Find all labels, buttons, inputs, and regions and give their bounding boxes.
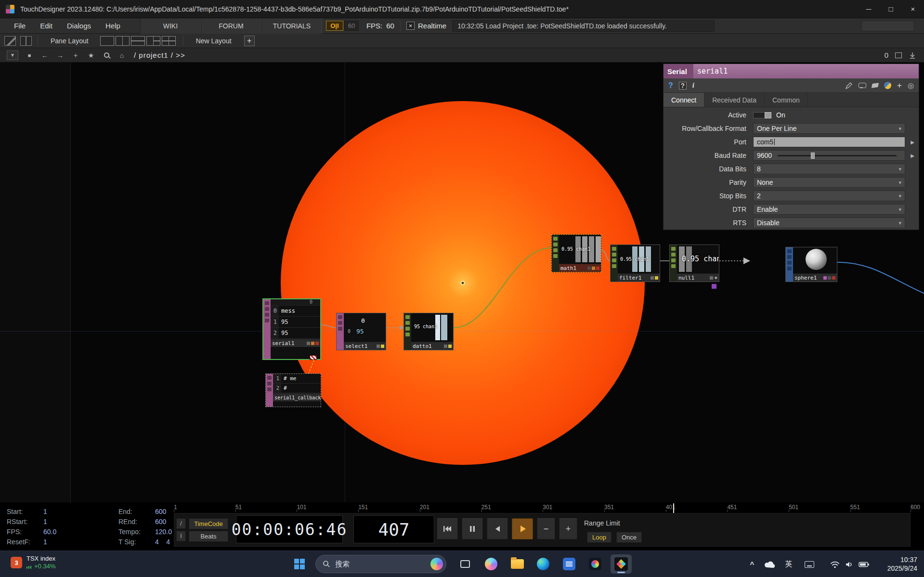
node-flag[interactable] [651, 276, 654, 280]
jump-start-button[interactable] [437, 518, 458, 539]
search-highlights-icon[interactable] [430, 558, 443, 570]
maximize-button[interactable]: □ [880, 0, 902, 18]
menu-edit[interactable]: Edit [33, 18, 60, 34]
copy-target-icon[interactable]: ◎ [908, 81, 914, 90]
clean-icon[interactable] [872, 83, 879, 88]
node-flag[interactable] [828, 276, 831, 280]
photos-app-icon[interactable] [585, 554, 606, 574]
node-flag[interactable] [832, 276, 835, 280]
frame-minus-button[interactable]: − [537, 518, 555, 539]
menu-link-wiki[interactable]: WIKI [140, 18, 201, 34]
add-icon[interactable]: + [71, 51, 80, 59]
search-icon[interactable] [102, 52, 111, 58]
beats-mode-button[interactable]: Beats [189, 531, 228, 542]
abs-frame-button[interactable]: / [176, 518, 186, 529]
node-flag[interactable] [307, 342, 310, 345]
node-name-bar[interactable]: serial1_callbacks [273, 393, 321, 401]
operator-name-field[interactable]: serial1 [697, 67, 728, 76]
node-flag[interactable] [315, 342, 319, 345]
edit-pencil-icon[interactable] [845, 82, 853, 90]
home-icon[interactable]: ⌂ [117, 51, 126, 59]
bookmark-star-icon[interactable]: ★ [87, 51, 95, 59]
param-value-baud-rate[interactable]: 9600 [753, 150, 905, 161]
timeline-ruler[interactable]: 151101151201251301351401451501551600 [174, 503, 911, 512]
param-label-baud-rate[interactable]: Baud Rate [664, 152, 752, 159]
play-reverse-button[interactable] [487, 518, 508, 539]
edge-icon[interactable] [533, 554, 554, 574]
param-value-port[interactable]: com5 [753, 137, 905, 147]
param-expand-arrow[interactable]: ▶ [906, 153, 919, 158]
param-label-stop-bits[interactable]: Stop Bits [664, 192, 752, 200]
node-filter1[interactable]: 0.95 chan1 filter1 [610, 244, 660, 282]
tab-connect[interactable]: Connect [664, 93, 704, 107]
node-flag[interactable] [710, 276, 713, 280]
node-flag[interactable] [823, 276, 827, 280]
stop-icon[interactable]: ■ [25, 52, 34, 58]
param-value-data-bits[interactable]: 8▾ [753, 164, 905, 174]
floating-window-icon[interactable] [895, 52, 902, 58]
node-flag[interactable] [448, 345, 452, 348]
node-null1[interactable]: 0.95 chan1 null1 + [669, 244, 719, 282]
pause-button[interactable] [462, 518, 483, 539]
node-math1[interactable]: 0.95 chan1 math1 [551, 234, 601, 272]
layout-split-vertical-button[interactable] [116, 36, 130, 46]
node-sphere1[interactable]: sphere1 [785, 247, 837, 282]
param-value-stop-bits[interactable]: 2▾ [753, 191, 905, 201]
menu-help[interactable]: Help [98, 18, 128, 34]
help-icon[interactable]: ? [668, 81, 673, 90]
param-value-parity[interactable]: None▾ [753, 177, 905, 188]
close-button[interactable]: × [902, 0, 924, 18]
playhead[interactable] [673, 503, 674, 513]
realtime-toggle[interactable]: × Realtime [406, 22, 446, 30]
task-view-button[interactable] [455, 554, 476, 574]
toggle-active[interactable] [753, 112, 771, 118]
copilot-icon[interactable] [481, 554, 502, 574]
node-name-bar[interactable]: datto1 [411, 342, 453, 350]
node-flag[interactable] [377, 345, 380, 348]
breadcrumb[interactable]: / project1 / >> [134, 51, 185, 59]
menu-dialogs[interactable]: Dialogs [60, 18, 98, 34]
param-label-rts[interactable]: RTS [664, 219, 752, 227]
expand-plus[interactable]: + [714, 275, 717, 281]
add-layout-button[interactable]: + [244, 36, 255, 46]
add-parameter-icon[interactable]: + [897, 81, 902, 90]
layout-three-pane-button[interactable] [146, 36, 160, 46]
node-flag[interactable] [381, 345, 384, 348]
start-button[interactable] [289, 554, 310, 574]
python-help-icon[interactable]: ? [679, 82, 687, 90]
node-serial1[interactable]: 0 0mess195295 serial1 [262, 298, 321, 360]
comment-icon[interactable] [859, 83, 866, 88]
param-value-dtr[interactable]: Enable▾ [753, 204, 905, 215]
param-label-port[interactable]: Port [664, 138, 752, 146]
node-flag[interactable] [655, 276, 658, 280]
param-label-row-callback-format[interactable]: Row/Callback Format [664, 125, 752, 132]
performance-monitor-button[interactable]: O|I [326, 21, 343, 31]
node-name-bar[interactable]: filter1 [618, 273, 660, 282]
split-tool-icon[interactable] [20, 36, 32, 46]
viewer-tool-icon[interactable] [4, 36, 16, 46]
minimize-button[interactable]: ─ [858, 0, 880, 18]
error-badge[interactable] [310, 355, 317, 360]
node-name-bar[interactable]: math1 [559, 264, 601, 272]
node-flag[interactable] [592, 267, 595, 270]
pickup-flag[interactable] [712, 284, 716, 289]
frame-plus-button[interactable]: + [559, 518, 577, 539]
timecode-mode-button[interactable]: TimeCode [189, 518, 228, 529]
menu-file[interactable]: File [7, 18, 33, 34]
tray-chevron-icon[interactable]: ^ [745, 551, 759, 577]
layout-grid-button[interactable] [162, 36, 176, 46]
ime-language-indicator[interactable]: 英 [782, 551, 795, 577]
param-expand-arrow[interactable]: ▶ [906, 140, 919, 145]
menu-link-forum[interactable]: FORUM [201, 18, 261, 34]
forward-icon[interactable]: → [56, 51, 65, 59]
menu-link-tutorials[interactable]: TUTORIALS [261, 18, 322, 34]
wifi-icon[interactable] [828, 551, 842, 577]
widgets-button[interactable]: 3 TSX index +0.34% [11, 555, 55, 570]
menu-right-cell[interactable] [861, 21, 914, 31]
node-name-bar[interactable]: sphere1 [793, 273, 837, 282]
node-datto1[interactable]: 95 chan1 datto1 [403, 313, 454, 350]
param-slider-baud-rate[interactable] [778, 155, 897, 156]
param-label-active[interactable]: Active [664, 111, 752, 119]
pane-menu-icon[interactable]: ▼ [7, 51, 18, 60]
app-icon-blue[interactable] [559, 554, 580, 574]
